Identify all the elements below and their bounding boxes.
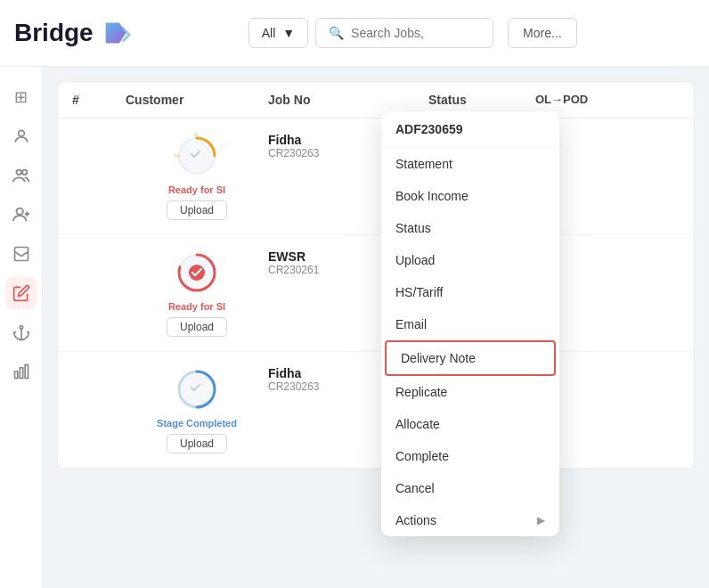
sidebar-item-edit[interactable] (5, 277, 37, 309)
svg-rect-9 (14, 372, 17, 379)
sidebar-item-inbox[interactable] (5, 238, 37, 270)
sidebar-item-add-user[interactable] (5, 199, 37, 231)
menu-item-delivery-note[interactable]: Delivery Note (385, 340, 556, 376)
more-button[interactable]: More... (508, 18, 577, 48)
status-circle (174, 366, 220, 412)
menu-item-cancel[interactable]: Cancel (381, 472, 559, 504)
search-input[interactable] (351, 26, 476, 40)
chevron-down-icon: ▼ (282, 26, 295, 40)
header: Bridge All ▼ 🔍 More... (0, 0, 709, 67)
col-hash: # (72, 93, 126, 107)
svg-point-2 (21, 170, 26, 176)
status-circle (174, 133, 220, 179)
menu-item-book-income[interactable]: Book Income (381, 180, 559, 212)
status-circle (174, 249, 220, 296)
svg-point-3 (16, 208, 22, 215)
logo-text: Bridge (14, 19, 94, 47)
context-menu-header: ADF230659 (381, 111, 559, 148)
sidebar-item-anchor[interactable] (5, 316, 37, 348)
context-menu: ADF230659 Statement Book Income Status U… (381, 111, 559, 536)
filter-dropdown[interactable]: All ▼ (249, 18, 308, 48)
logo-icon (99, 16, 133, 50)
logo-area: Bridge (14, 16, 133, 50)
upload-button[interactable]: Upload (167, 200, 227, 220)
search-bar: All ▼ 🔍 More... (249, 18, 577, 48)
col-pod: OL→POD (535, 93, 624, 107)
status-label: Ready for SI (168, 301, 225, 312)
table-row: Stage Completed Upload Fidha CR230263 AD… (58, 352, 694, 469)
upload-button[interactable]: Upload (167, 434, 227, 453)
chevron-right-icon: ▶ (537, 514, 545, 527)
svg-point-7 (20, 326, 22, 329)
main-content: # Customer Job No Status OL→POD (43, 67, 709, 588)
svg-rect-11 (25, 365, 28, 379)
sidebar-item-user[interactable] (5, 120, 37, 152)
menu-item-actions[interactable]: Actions ▶ (381, 504, 559, 536)
layout: ⊞ # Customer Job No (0, 67, 709, 588)
menu-item-statement[interactable]: Statement (381, 148, 559, 180)
status-label: Ready for SI (168, 184, 225, 195)
col-jobno: Job No (268, 93, 428, 107)
status-label: Stage Completed (157, 418, 237, 429)
table-header: # Customer Job No Status OL→POD (58, 82, 694, 118)
menu-item-replicate[interactable]: Replicate (381, 376, 559, 408)
sidebar-item-grid[interactable]: ⊞ (5, 81, 37, 113)
sidebar: ⊞ (0, 67, 43, 588)
jobs-table: # Customer Job No Status OL→POD (57, 81, 695, 470)
menu-item-upload[interactable]: Upload (381, 244, 559, 276)
upload-button[interactable]: Upload (167, 317, 227, 337)
svg-point-0 (18, 130, 24, 136)
menu-item-hs-tariff[interactable]: HS/Tariff (381, 276, 559, 308)
col-status: Status (428, 93, 535, 107)
menu-item-allocate[interactable]: Allocate (381, 408, 559, 440)
menu-item-status[interactable]: Status (381, 212, 559, 244)
status-cell: Ready for SI Upload (126, 133, 268, 220)
table-row: Ready for SI Upload Fidha CR230263 OVA23… (58, 118, 694, 235)
menu-item-email[interactable]: Email (381, 308, 559, 340)
menu-item-complete[interactable]: Complete (381, 440, 559, 472)
svg-point-1 (16, 170, 21, 176)
search-icon: 🔍 (329, 26, 344, 40)
status-cell: Stage Completed Upload (126, 366, 268, 453)
svg-rect-10 (20, 368, 22, 379)
col-customer: Customer (126, 93, 268, 107)
dropdown-label: All (262, 26, 276, 40)
status-cell: Ready for SI Upload (126, 249, 268, 337)
sidebar-item-chart[interactable] (5, 355, 37, 388)
search-input-wrap: 🔍 (315, 18, 493, 48)
sidebar-item-group[interactable] (5, 159, 37, 192)
table-row: Ready for SI Upload EWSR CR230261 ADF230… (58, 235, 694, 352)
